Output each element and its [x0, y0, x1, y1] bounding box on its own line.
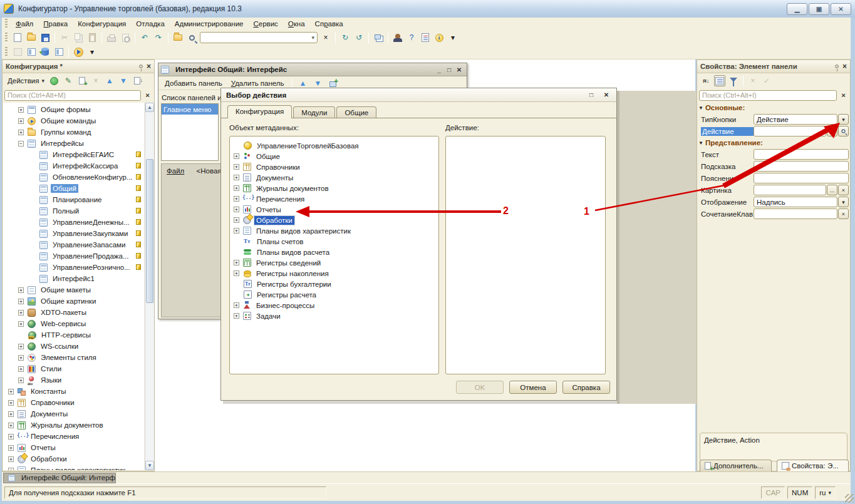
properties-panel-header[interactable]: Свойства: Элемент панели × [697, 60, 850, 73]
info-icon[interactable]: i [433, 32, 445, 43]
property-label[interactable]: Текст [701, 151, 754, 158]
tree-expander-icon[interactable]: + [234, 313, 239, 319]
overflow-icon[interactable]: ▾ [86, 46, 98, 58]
menu-item-правка[interactable]: Правка [38, 19, 73, 29]
edit-icon[interactable]: ✎ [63, 75, 74, 86]
copy-icon[interactable] [73, 32, 84, 43]
tree-item-HTTP-сервисы[interactable]: HTTP-сервисы [3, 329, 144, 341]
tree-item-УправлениеДенежны...[interactable]: УправлениеДенежны... [3, 217, 144, 228]
undo-icon[interactable]: ↶ [139, 32, 150, 43]
tree-expander-icon[interactable]: + [234, 228, 239, 234]
toolbar-grip[interactable] [5, 19, 8, 29]
tree-item-Справочники[interactable]: +Справочники [3, 397, 144, 408]
tree-item-Планы видов расчета[interactable]: Планы видов расчета [230, 247, 438, 257]
menu-item-администрирование[interactable]: Администрирование [170, 19, 249, 29]
magnifier-button[interactable] [838, 126, 849, 136]
child-maximize-icon[interactable]: □ [444, 66, 454, 73]
categories-icon[interactable] [714, 75, 725, 86]
property-label[interactable]: Отображение [701, 198, 754, 206]
tree-item-Регистры бухгалтерии[interactable]: Регистры бухгалтерии [230, 279, 438, 289]
отмена-button[interactable]: Отмена [509, 381, 557, 394]
tree-expander-icon[interactable]: + [18, 107, 24, 113]
template-document-icon[interactable] [420, 32, 431, 43]
tree-item-УправлениеЗакупками[interactable]: УправлениеЗакупками [3, 228, 144, 239]
tree-item-Общие макеты[interactable]: +Общие макеты [3, 284, 144, 296]
tree-item-Языки[interactable]: +Языки [3, 374, 144, 386]
tree-item-Журналы документов[interactable]: +Журналы документов [3, 419, 144, 431]
tree-expander-icon[interactable]: + [18, 118, 24, 124]
property-label[interactable]: Действие [701, 127, 754, 136]
tab-конфигурация[interactable]: Конфигурация [227, 105, 292, 118]
tree-expander-icon[interactable]: + [8, 445, 14, 451]
help-search-icon[interactable]: ? [406, 32, 417, 43]
tree-item-XDTO-пакеты[interactable]: +XDTO-пакеты [3, 307, 144, 318]
tree-expander-icon[interactable]: + [234, 302, 239, 308]
menu-item-конфигурация[interactable]: Конфигурация [73, 19, 131, 29]
find-in-files-icon[interactable] [172, 32, 184, 43]
property-value-field[interactable]: Надпись [754, 197, 837, 207]
tree-item-ИнтерфейсЕГАИС[interactable]: ИнтерфейсЕГАИС [3, 149, 144, 160]
paste-icon[interactable] [86, 32, 98, 43]
find-previous-icon[interactable]: ↺ [353, 32, 365, 43]
tree-item-УправлениеПродажа...[interactable]: УправлениеПродажа... [3, 250, 144, 262]
panel-list-item[interactable]: Главное меню [162, 104, 218, 115]
tree-expander-icon[interactable]: + [8, 456, 14, 462]
clear-button[interactable]: × [838, 208, 849, 219]
remove-panel-button[interactable]: Удалить панель [227, 78, 288, 88]
pin-icon[interactable] [835, 64, 839, 68]
menu-item-окна[interactable]: Окна [283, 19, 310, 29]
apply-icon[interactable]: ✓ [761, 75, 772, 86]
tree-item-Планы видов характеристик[interactable]: +Планы видов характеристик [3, 465, 144, 470]
menu-item-сервис[interactable]: Сервис [248, 19, 282, 29]
tree-item-Стили[interactable]: +Стили [3, 363, 144, 374]
tree-expander-icon[interactable]: + [18, 310, 24, 316]
tree-item-Обработки[interactable]: +Обработки [3, 453, 144, 465]
tree-item-УправлениеЗапасами[interactable]: УправлениеЗапасами [3, 239, 144, 250]
menu-item-отладка[interactable]: Отладка [131, 19, 169, 29]
toolbar-grip[interactable] [5, 33, 8, 43]
chevron-down-icon[interactable]: ▾ [309, 34, 317, 41]
configuration-panel-header[interactable]: Конфигурация * × [3, 60, 154, 73]
property-value-field[interactable] [754, 208, 837, 219]
tree-expander-icon[interactable]: + [18, 321, 24, 327]
menu-item-справка[interactable]: Справка [310, 19, 348, 29]
add-submenu-icon[interactable] [328, 78, 339, 89]
new-document-icon[interactable] [12, 32, 23, 43]
property-value-field[interactable] [754, 185, 826, 195]
scroll-up-icon[interactable]: ▲ [145, 103, 154, 112]
move-up-icon[interactable]: ▲ [298, 78, 309, 89]
quick-search-combobox[interactable]: ▾ [200, 32, 318, 43]
tree-item-Отчеты[interactable]: +Отчеты [230, 204, 438, 215]
print-preview-icon[interactable] [120, 32, 131, 43]
child-minimize-icon[interactable]: _ [434, 66, 444, 73]
tree-expander-icon[interactable]: + [234, 175, 239, 180]
tree-item-Бизнес-процессы[interactable]: +Бизнес-процессы [230, 300, 438, 311]
redo-icon[interactable]: ↷ [153, 32, 164, 43]
tree-item-WS-ссылки[interactable]: +WS-ссылки [3, 341, 144, 352]
close-icon[interactable]: × [842, 63, 847, 69]
tree-item-ОбновлениеКонфигур...[interactable]: ОбновлениеКонфигур... [3, 172, 144, 183]
tree-expander-icon[interactable]: − [18, 141, 24, 147]
preview-file-menu[interactable]: Файл [167, 167, 184, 175]
tree-expander-icon[interactable]: + [8, 434, 14, 440]
reorder-icon[interactable] [132, 75, 143, 86]
tree-item-Константы[interactable]: +Константы [3, 386, 144, 397]
tree-item-Элементы стиля[interactable]: +Элементы стиля [3, 352, 144, 363]
dialog-close-icon[interactable]: ✕ [601, 91, 611, 98]
minimize-button[interactable]: ▁ [787, 3, 807, 15]
property-label[interactable]: Подсказка [701, 163, 754, 170]
tree-item-Планирование[interactable]: Планирование [3, 194, 144, 205]
property-group-Основные:[interactable]: ▼Основные: [697, 102, 850, 113]
actions-menu-button[interactable]: Действия ▾ [4, 76, 48, 86]
close-button[interactable]: ✕ [831, 3, 851, 15]
configuration-search-input[interactable] [4, 90, 141, 101]
form-panel-icon[interactable] [53, 46, 65, 58]
tree-expander-icon[interactable]: + [234, 185, 239, 191]
tree-item-Общие команды[interactable]: +Общие команды [3, 115, 144, 126]
tree-item-Справочники[interactable]: +Справочники [230, 162, 438, 172]
tree-expander-icon[interactable]: + [8, 423, 14, 428]
copy-window-icon[interactable] [373, 32, 384, 43]
tree-item-Общие картинки[interactable]: +Общие картинки [3, 296, 144, 307]
tree-item-Документы[interactable]: +Документы [3, 408, 144, 419]
clear-search-icon[interactable]: × [839, 91, 848, 100]
